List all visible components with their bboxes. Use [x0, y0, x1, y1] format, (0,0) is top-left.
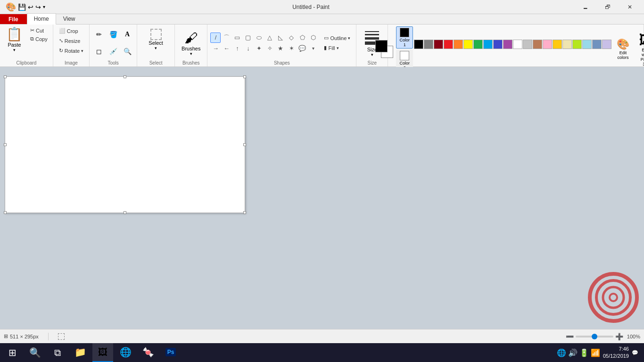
task-view-button[interactable]: ⧉ — [47, 343, 68, 362]
taskbar-paint[interactable]: 🖼 — [92, 343, 113, 362]
shape-arrow-right[interactable]: → — [210, 43, 221, 54]
palette-color-13[interactable] — [543, 40, 552, 49]
zoom-slider-thumb[interactable] — [592, 334, 597, 339]
palette-color-1[interactable] — [424, 40, 433, 49]
shape-star6[interactable]: ✶ — [286, 43, 297, 54]
select-dropdown-icon[interactable]: ▾ — [155, 46, 157, 50]
tab-file[interactable]: File — [0, 14, 27, 24]
battery-icon[interactable]: 🔋 — [579, 348, 589, 357]
palette-color-17[interactable] — [582, 40, 592, 49]
tab-view[interactable]: View — [56, 13, 83, 24]
brushes-dropdown-icon[interactable]: ▾ — [190, 51, 192, 56]
shape-triangle[interactable]: △ — [264, 33, 275, 43]
palette-color-11[interactable] — [523, 40, 532, 49]
tab-home[interactable]: Home — [27, 13, 56, 25]
shape-rectangle[interactable]: ▭ — [232, 33, 242, 43]
handle-bot-center[interactable] — [124, 211, 126, 214]
rotate-button[interactable]: ↻ Rotate ▾ — [56, 46, 86, 55]
palette-color-16[interactable] — [572, 40, 582, 49]
shape-right-triangle[interactable]: ◺ — [275, 33, 286, 43]
fill-button[interactable]: ▮ Fill ▾ — [321, 43, 353, 52]
undo-icon[interactable]: ↩ — [28, 3, 33, 11]
handle-top-right[interactable] — [243, 75, 246, 78]
select-button[interactable]: Select ▾ — [144, 26, 167, 53]
taskbar-file-explorer[interactable]: 📁 — [70, 343, 91, 362]
handle-top-left[interactable] — [4, 75, 7, 78]
palette-color-2[interactable] — [434, 40, 443, 49]
handle-top-center[interactable] — [124, 75, 126, 78]
resize-button[interactable]: ⤡ Resize — [56, 36, 83, 45]
palette-color-0[interactable] — [414, 40, 423, 49]
edit-colors-button[interactable]: 🎨 Edit colors — [612, 36, 634, 62]
taskbar-chrome[interactable]: 🌐 — [115, 343, 136, 362]
outline-button[interactable]: ▭ Outline ▾ — [321, 33, 353, 42]
magnifier-tool[interactable]: 🔍 — [121, 45, 134, 58]
palette-color-6[interactable] — [473, 40, 483, 49]
shape-curve[interactable]: ⌒ — [221, 33, 231, 43]
palette-color-19[interactable] — [602, 40, 611, 49]
shape-callout[interactable]: 💬 — [297, 43, 307, 54]
save-icon[interactable]: 💾 — [18, 3, 26, 11]
palette-color-18[interactable] — [592, 40, 602, 49]
minimize-button[interactable]: 🗕 — [575, 0, 596, 14]
edit-paint3d-button[interactable]: 🖼 Edit with Paint 3D — [635, 30, 644, 69]
shape-diamond[interactable]: ◇ — [286, 33, 297, 43]
search-button[interactable]: 🔍 — [25, 343, 45, 362]
color-picker-tool[interactable]: 💉 — [107, 45, 120, 58]
handle-mid-right[interactable] — [243, 143, 246, 146]
shape-star4[interactable]: ✧ — [264, 43, 275, 54]
handle-bot-right[interactable] — [243, 211, 246, 214]
shape-hexagon[interactable]: ⬡ — [308, 33, 318, 43]
taskbar-candy[interactable]: 🍬 — [138, 343, 158, 362]
shape-4arrow[interactable]: ✦ — [254, 43, 264, 54]
crop-button[interactable]: ⬜ Crop — [56, 26, 81, 35]
paste-dropdown-icon[interactable]: ▾ — [13, 48, 16, 52]
color1-button[interactable]: Color 1 — [396, 26, 413, 49]
eraser-tool[interactable]: ◻ — [92, 45, 106, 58]
palette-color-15[interactable] — [562, 40, 572, 49]
palette-color-4[interactable] — [454, 40, 463, 49]
cut-button[interactable]: ✂ Cut — [28, 26, 50, 34]
shape-ellipse[interactable]: ⬭ — [254, 33, 264, 43]
shape-more[interactable]: ▾ — [308, 43, 318, 54]
shape-arrow-down[interactable]: ↓ — [243, 43, 253, 54]
palette-color-3[interactable] — [444, 40, 453, 49]
shape-arrow-up[interactable]: ↑ — [232, 43, 242, 54]
canvas-area[interactable] — [0, 67, 644, 329]
volume-icon[interactable]: 🔊 — [568, 348, 578, 357]
shape-pentagon[interactable]: ⬠ — [297, 33, 307, 43]
palette-color-9[interactable] — [503, 40, 512, 49]
zoom-in-button[interactable]: ➕ — [615, 333, 623, 340]
shape-line[interactable]: / — [210, 33, 221, 43]
palette-color-12[interactable] — [533, 40, 542, 49]
handle-bot-left[interactable] — [4, 211, 7, 214]
close-button[interactable]: ✕ — [619, 0, 640, 14]
notification-icon[interactable]: 💬 — [632, 350, 638, 356]
zoom-slider[interactable] — [576, 336, 613, 337]
fill-tool[interactable]: 🪣 — [107, 28, 120, 41]
palette-color-8[interactable] — [493, 40, 503, 49]
network-icon[interactable]: 🌐 — [557, 348, 566, 357]
text-tool[interactable]: A — [121, 28, 134, 41]
maximize-button[interactable]: 🗗 — [597, 0, 618, 14]
dropdown-icon[interactable]: ▾ — [43, 4, 45, 9]
paste-button[interactable]: 📋 Paste ▾ — [3, 26, 26, 54]
palette-color-10[interactable] — [513, 40, 522, 49]
start-button[interactable]: ⊞ — [2, 343, 23, 362]
palette-color-7[interactable] — [483, 40, 493, 49]
paint-canvas[interactable] — [5, 76, 245, 213]
palette-color-14[interactable] — [553, 40, 562, 49]
brushes-button[interactable]: 🖌 Brushes ▾ — [178, 28, 204, 58]
zoom-out-button[interactable]: ➖ — [566, 333, 574, 340]
copy-button[interactable]: ⧉ Copy — [28, 35, 50, 43]
pencil-tool[interactable]: ✏ — [92, 28, 106, 41]
shape-star5[interactable]: ★ — [275, 43, 286, 54]
clock[interactable]: 7:46 05/12/2019 — [603, 346, 629, 360]
handle-mid-left[interactable] — [4, 143, 7, 146]
color1-fg-swatch[interactable] — [375, 40, 388, 52]
redo-icon[interactable]: ↪ — [35, 3, 41, 11]
shape-arrow-left[interactable]: ← — [221, 43, 231, 54]
shape-rounded-rect[interactable]: ▢ — [243, 33, 253, 43]
taskbar-photoshop[interactable]: Ps — [160, 343, 181, 362]
bluetooth-icon[interactable]: 📶 — [591, 348, 600, 357]
